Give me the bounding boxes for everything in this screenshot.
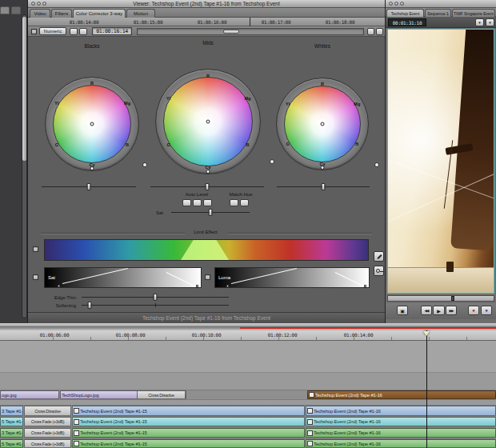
mark-in-button[interactable]: ● xyxy=(468,306,479,315)
slider-thumb[interactable] xyxy=(206,183,210,190)
scrubber-playhead[interactable] xyxy=(451,296,454,301)
timeline-playhead[interactable] xyxy=(426,330,427,448)
tab-color-corrector[interactable]: Color Corrector 3-way xyxy=(73,9,126,18)
sat-range-edge[interactable] xyxy=(166,272,195,286)
color-wheel-blacks[interactable]: R Mg B Cy G Yl xyxy=(45,77,139,171)
auto-white-level-button[interactable] xyxy=(203,199,212,206)
sat-limit-checkbox[interactable] xyxy=(33,274,38,280)
filter-enable-checkbox[interactable] xyxy=(31,29,37,34)
edge-thin-slider[interactable] xyxy=(79,294,231,301)
canvas-scrubber[interactable] xyxy=(387,295,494,302)
timeline-clip[interactable]: 3 Tape #1-8 xyxy=(0,428,23,438)
browser-scrollbar-thumb[interactable] xyxy=(22,17,26,161)
auto-black-level-button[interactable] xyxy=(182,199,191,206)
view-popup-button[interactable]: ▾ xyxy=(486,18,494,26)
zoom-popup-button[interactable]: ▾ xyxy=(475,18,484,26)
timeline-clip[interactable]: 3 Tape #1-8 xyxy=(0,406,23,416)
luma-limit-bar[interactable]: Luma xyxy=(214,267,370,288)
auto-contrast-button[interactable] xyxy=(193,199,202,206)
luma-range-edge[interactable] xyxy=(335,272,364,286)
window-minimize-button[interactable] xyxy=(394,2,398,6)
reset-filter-button[interactable] xyxy=(79,28,87,35)
luma-range-edge[interactable] xyxy=(231,268,297,284)
luma-range-handle[interactable] xyxy=(364,285,366,287)
limit-eyedropper-button[interactable] xyxy=(374,251,384,262)
transition-clip[interactable]: Cross Fade (+3dB) xyxy=(24,417,71,426)
match-hue-eyedropper-button[interactable] xyxy=(230,199,238,206)
timeline-clip[interactable]: Techshop Event (2nd) Tape #1-16 xyxy=(306,428,496,438)
canvas-titlebar[interactable] xyxy=(386,0,496,8)
visual-toggle-button[interactable] xyxy=(70,28,78,35)
slider-thumb[interactable] xyxy=(209,209,213,216)
luma-limit-checkbox[interactable] xyxy=(205,274,210,280)
timeline-clip[interactable]: Techshop Event (2nd) Tape #1-15 xyxy=(72,439,305,448)
timeline-clip[interactable]: ogo.jpg xyxy=(0,390,59,399)
hue-ring-dot[interactable] xyxy=(206,170,210,174)
window-zoom-button[interactable] xyxy=(42,2,46,6)
browser-tab-stub-2[interactable] xyxy=(11,6,21,14)
blacks-eyedropper-button[interactable] xyxy=(142,162,147,167)
hue-ring-dot[interactable] xyxy=(321,166,325,170)
slider-thumb[interactable] xyxy=(154,294,158,301)
keyframe-graph-thumb[interactable] xyxy=(223,30,239,34)
sat-limit-bar[interactable]: Sat xyxy=(44,267,202,288)
color-wheel-mids[interactable]: R Mg B Cy G Yl xyxy=(155,69,261,174)
view-matte-key-button[interactable] xyxy=(374,266,384,276)
whites-level-slider[interactable] xyxy=(274,183,372,190)
timeline-clip[interactable]: Techshop Event (2nd) Tape #1-16 xyxy=(306,406,496,416)
tab-motion[interactable]: Motion xyxy=(126,9,155,18)
current-timecode-field[interactable]: 01:00:16:14 xyxy=(92,27,132,35)
keyframe-ruler[interactable]: 01:00:14:00 01:00:15:00 01:00:16:00 01:0… xyxy=(28,18,385,26)
canvas-timecode-field[interactable]: 00:01:31:10 xyxy=(388,18,426,26)
color-wheel-whites[interactable]: R Mg B Cy G Yl xyxy=(276,78,369,170)
timeline-playhead-handle[interactable] xyxy=(423,331,430,336)
play-button[interactable]: ▶ xyxy=(433,306,445,315)
chroma-range-handle[interactable] xyxy=(181,240,229,260)
timeline-clip[interactable]: Techshop Event (2nd) Tape #1-16 xyxy=(306,439,496,448)
transition-clip[interactable]: Cross Dissolve xyxy=(24,406,71,416)
transition-clip[interactable]: Cross Dissolve xyxy=(137,390,186,399)
keyframe-nav-button[interactable] xyxy=(376,28,383,35)
saturation-slider[interactable] xyxy=(169,209,252,216)
balance-indicator[interactable] xyxy=(206,120,210,124)
blacks-level-slider[interactable] xyxy=(39,183,138,190)
timeline-clip[interactable]: 5 Tape #1-8 xyxy=(0,439,23,448)
canvas-video-frame[interactable] xyxy=(387,29,494,294)
sat-range-handle[interactable] xyxy=(196,285,198,287)
chroma-limit-spectrum[interactable] xyxy=(44,239,369,261)
match-frame-button[interactable]: ▣ xyxy=(397,306,408,315)
sat-range-handle[interactable] xyxy=(58,285,60,287)
balance-indicator[interactable] xyxy=(90,122,94,126)
tab-filters[interactable]: Filters xyxy=(51,9,72,18)
tab-video[interactable]: Video xyxy=(30,9,50,18)
timeline-clip[interactable]: Techshop Event (2nd) Tape #1-15 xyxy=(72,417,305,426)
chroma-limit-checkbox[interactable] xyxy=(33,246,38,252)
luma-range-handle[interactable] xyxy=(226,285,229,287)
insert-keyframe-button[interactable] xyxy=(367,28,374,35)
reset-match-hue-button[interactable] xyxy=(240,199,249,206)
window-close-button[interactable] xyxy=(389,2,393,6)
transition-clip[interactable]: Cross Fade (+3dB) xyxy=(24,439,71,448)
browser-scrollbar[interactable] xyxy=(22,14,27,318)
whites-eyedropper-button[interactable] xyxy=(374,162,379,167)
previous-edit-button[interactable]: ◀◀ xyxy=(421,306,432,315)
hue-ring-dot[interactable] xyxy=(90,166,94,170)
slider-thumb[interactable] xyxy=(88,302,92,309)
timeline-clip[interactable]: Techshop Event (2nd) Tape #1-15 xyxy=(72,406,305,416)
sat-range-edge[interactable] xyxy=(62,268,128,284)
keyframe-graph-scrollbar[interactable] xyxy=(137,28,364,35)
timeline-clip[interactable]: 5 Tape #1-8 xyxy=(0,417,23,426)
mids-level-slider[interactable] xyxy=(148,183,266,190)
transition-clip[interactable]: Cross Fade (+3dB) xyxy=(24,428,71,438)
next-edit-button[interactable]: ▶▶ xyxy=(446,306,457,315)
timeline-clip[interactable]: Techshop Event (2nd) Tape #1-16 xyxy=(307,390,496,399)
timeline-clip[interactable]: Techshop Event (2nd) Tape #1-16 xyxy=(306,417,496,426)
balance-indicator[interactable] xyxy=(321,122,325,126)
mark-out-button[interactable]: ● xyxy=(481,306,492,315)
timeline-clip[interactable]: Techshop Event (2nd) Tape #1-15 xyxy=(72,428,305,438)
slider-thumb[interactable] xyxy=(87,183,91,190)
numeric-button[interactable]: Numeric xyxy=(39,27,66,35)
window-zoom-button[interactable] xyxy=(400,2,404,6)
slider-thumb[interactable] xyxy=(322,183,326,190)
viewer-titlebar[interactable]: Viewer: Techshop Event (2nd) Tape #1-16 … xyxy=(28,0,385,8)
